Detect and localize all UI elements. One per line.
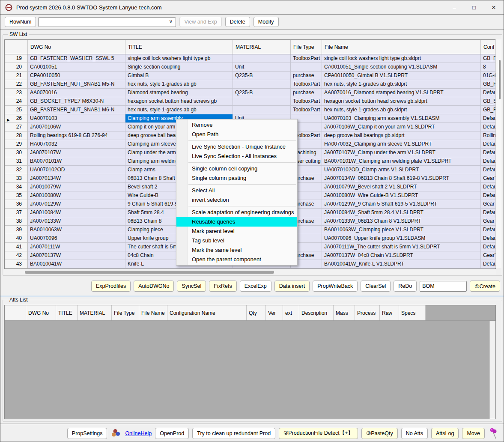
table-cell[interactable]: single coil lock washers light type gb.s… (322, 54, 481, 63)
table-cell[interactable]: GearT (481, 251, 496, 260)
sw-column-header-dwg-no[interactable]: DWG No (28, 40, 125, 54)
context-menu-item-select-all[interactable]: Select All (176, 186, 297, 195)
table-cell[interactable]: JA0070106W_Clamp it on your arm V1.SLDPR… (322, 123, 481, 131)
table-cell[interactable]: UA0070102OD (28, 166, 125, 174)
table-cell[interactable]: 8 (481, 63, 496, 72)
row-header-cell[interactable]: 27 (5, 123, 28, 131)
context-menu-item-tag-sub-level[interactable]: Tag sub level (176, 236, 297, 245)
context-menu-item-mark-parent-level[interactable]: Mark parent level (176, 227, 297, 236)
clearsel-button[interactable]: ClearSel (361, 281, 391, 292)
no-atts-button[interactable]: No Atts (401, 428, 428, 439)
row-header-cell[interactable]: 28 (5, 131, 28, 140)
table-cell[interactable]: hexagon socket button head screws gb (125, 97, 233, 106)
table-cell[interactable]: hex nuts, style 1-grades ab gb.sldprt (322, 106, 481, 114)
sw-horizontal-scrollbar[interactable] (4, 270, 496, 275)
atts-column-header-file-type[interactable]: File Type (112, 305, 139, 320)
table-cell[interactable]: Single-section coupling (125, 63, 233, 72)
rownum-button[interactable]: RowNum (5, 17, 36, 27)
table-cell[interactable]: 01G-8 (481, 72, 496, 80)
table-cell[interactable]: hex nuts, style 1-grades ab gb (125, 80, 233, 89)
table-cell[interactable]: AA0070016 (28, 89, 125, 97)
search-combobox[interactable]: ∨ (38, 17, 176, 27)
row-header-cell[interactable]: 39 (5, 226, 28, 234)
table-cell[interactable]: UA0070096 (28, 234, 125, 243)
row-header-cell[interactable]: 25 (5, 106, 28, 114)
table-cell[interactable]: Unit (233, 63, 291, 72)
table-cell[interactable]: GearT (481, 174, 496, 183)
table-cell[interactable]: JA0010080W (28, 191, 125, 200)
atts-column-header-file-name[interactable]: File Name (139, 305, 167, 320)
table-cell[interactable]: HA0070032_Clamping arm sleeve V1.SLDPRT (322, 140, 481, 149)
table-cell[interactable]: Rolling bearings 619-8 GB 276-94 (28, 131, 125, 140)
row-header-cell[interactable]: 36 (5, 200, 28, 209)
context-menu-item-live-sync-selection-all-instances[interactable]: Live Sync Selection - All Instances (176, 152, 297, 161)
table-cell[interactable] (233, 54, 291, 63)
modify-button[interactable]: Modify (253, 17, 279, 27)
table-cell[interactable]: GearT (481, 217, 496, 226)
row-header-cell[interactable]: 42 (5, 251, 28, 260)
atts-column-header-raw[interactable]: Raw (380, 305, 399, 320)
table-cell[interactable]: GB_SOCKET_TYPE7 M6X30-N (28, 97, 125, 106)
table-cell[interactable]: UA0070103 (28, 114, 125, 123)
table-cell[interactable]: JA0070133W_06B13 Chain 8 V1.SLDPRT (322, 217, 481, 226)
table-cell[interactable]: JA0070133W (28, 217, 125, 226)
table-cell[interactable]: BA0010063W_Clamping piece V1.SLDPRT (322, 226, 481, 234)
move-button[interactable]: Move (462, 428, 485, 439)
table-cell[interactable]: Defau (481, 114, 496, 123)
table-cell[interactable]: JA0070134W_06B13 Chain 8 Shaft 619-8 V1.… (322, 174, 481, 183)
table-cell[interactable]: Defau (481, 191, 496, 200)
onlinehelp-link[interactable]: OnlineHelp (125, 430, 152, 436)
fixrefs-button[interactable]: FixRefs (209, 281, 236, 292)
table-cell[interactable]: CA0010051_Single-section coupling V1.SLD… (322, 63, 481, 72)
row-header-cell[interactable]: 37 (5, 209, 28, 217)
table-cell[interactable]: Defau (481, 140, 496, 149)
table-cell[interactable]: HA0070032 (28, 140, 125, 149)
table-cell[interactable]: GB_SC (481, 97, 496, 106)
context-menu-item-live-sync-selection-unique-instance[interactable]: Live Sync Selection - Unique Instance (176, 142, 297, 152)
attslog-button[interactable]: AttsLog (431, 428, 459, 439)
atts-column-header-description[interactable]: Description (299, 305, 334, 320)
atts-column-header-process[interactable]: Process (355, 305, 380, 320)
context-menu-item-mark-the-same-level[interactable]: Mark the same level (176, 245, 297, 255)
table-cell[interactable]: BA0070101W_Clamping arm welding plate V1… (322, 157, 481, 166)
table-cell[interactable]: JA0070111W (28, 243, 125, 251)
table-cell[interactable]: Defau (481, 260, 496, 269)
table-cell[interactable]: Diamond stamped bearing (125, 89, 233, 97)
context-menu-item-invert-selection[interactable]: invert selection (176, 195, 297, 205)
table-cell[interactable]: CPA0010050_Gimbal B V1.SLDPRT (322, 72, 481, 80)
table-cell[interactable]: purchase (291, 89, 322, 97)
table-cell[interactable]: single coil lock washers light type gb (125, 54, 233, 63)
row-header-cell[interactable]: 33 (5, 174, 28, 183)
table-cell[interactable]: JA0070129W_9 Chain 5 Shaft 619-5 V1.SLDP… (322, 200, 481, 209)
table-cell[interactable]: JA0070107W_Clamp under the arm V1.SLDPRT (322, 149, 481, 157)
table-cell[interactable]: CPA0010050 (28, 72, 125, 80)
table-cell[interactable]: hexagon socket button head screws gb.sld… (322, 97, 481, 106)
table-cell[interactable]: Defau (481, 157, 496, 166)
table-cell[interactable]: GB_FASTENER_WASHER_SSWL 5 (28, 54, 125, 63)
table-cell[interactable]: Q235-B (233, 72, 291, 80)
table-cell[interactable]: AA0070016_Diamond stamped bearing V1.SLD… (322, 89, 481, 97)
row-header-cell[interactable]: 38 (5, 217, 28, 226)
table-cell[interactable]: Gimbal B (125, 72, 233, 80)
sw-column-header-conf[interactable]: Conf (481, 40, 496, 54)
table-cell[interactable] (291, 63, 322, 72)
context-menu-item-reusable-queries[interactable]: Reusable queries (176, 217, 297, 227)
table-cell[interactable]: JA0010084W (28, 209, 125, 217)
delete-button[interactable]: Delete (225, 17, 250, 27)
row-header-cell[interactable]: 22 (5, 80, 28, 89)
table-cell[interactable]: JA0070137W_04c8 Chain V1.SLDPRT (322, 251, 481, 260)
atts-vertical-scrollbar[interactable] (489, 321, 495, 419)
row-header-cell[interactable]: 30 (5, 149, 28, 157)
expprodfiles-button[interactable]: ExpProdfiles (91, 281, 131, 292)
table-cell[interactable]: JA0070111W_The cutter shaft is 5mm V1.SL… (322, 243, 481, 251)
table-cell[interactable]: deep groove ball bearings gb.sldprt (322, 131, 481, 140)
context-menu-item-open-the-parent-component[interactable]: Open the parent component (176, 255, 297, 264)
sw-column-header-file-type[interactable]: File Type (291, 40, 322, 54)
table-cell[interactable]: Defau (481, 149, 496, 157)
atts-column-header-dwg-no[interactable]: DWG No (26, 305, 56, 320)
atts-column-header-configuration-name[interactable]: Configuration Name (167, 305, 247, 320)
table-cell[interactable]: CA0010051 (28, 63, 125, 72)
row-header-cell[interactable]: 20 (5, 63, 28, 72)
context-menu-item-single-column-pasting[interactable]: Single column pasting (176, 173, 297, 183)
table-cell[interactable]: GB_FA (481, 54, 496, 63)
